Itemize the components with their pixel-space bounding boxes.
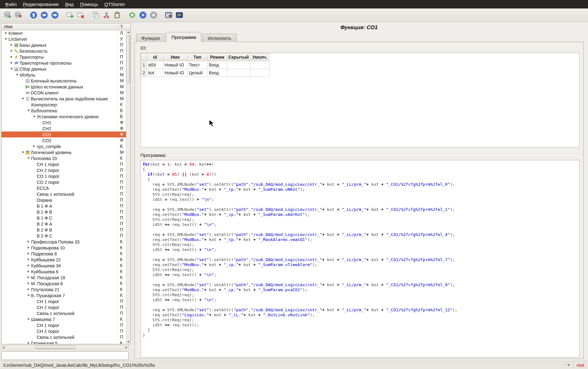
expander-icon[interactable] bbox=[26, 281, 31, 286]
horizontal-scrollbar-thumb[interactable] bbox=[35, 345, 75, 349]
scroll-down-button[interactable] bbox=[126, 340, 130, 344]
scroll-up-button[interactable] bbox=[126, 30, 130, 34]
tree-item[interactable]: Связь с котельнойП bbox=[2, 191, 126, 197]
tree-item[interactable]: Модуль:М bbox=[2, 72, 126, 78]
tree-item[interactable]: М. Посадская 18К bbox=[2, 275, 126, 281]
tree-item[interactable]: CH1Ф bbox=[2, 120, 126, 126]
status-dropdown-button[interactable] bbox=[565, 362, 572, 368]
tree-item[interactable]: Базы данныхП bbox=[2, 42, 126, 48]
tree-item[interactable]: Куйбышева 22К bbox=[2, 257, 126, 263]
tree-item[interactable]: Б. Пушкарская 7К bbox=[2, 292, 126, 298]
tree-item[interactable]: CH 1 порогП bbox=[2, 161, 126, 167]
toolbar-button-qtstarter-vision[interactable] bbox=[174, 10, 185, 20]
tree-item[interactable]: Подрезова 8К bbox=[2, 251, 126, 257]
vertical-scrollbar-thumb[interactable] bbox=[127, 35, 130, 83]
tab-function[interactable]: Функция bbox=[136, 34, 165, 42]
scroll-right-button[interactable] bbox=[124, 345, 128, 349]
tree-item[interactable]: CO2Ф bbox=[2, 137, 126, 143]
expander-icon[interactable] bbox=[26, 292, 31, 298]
tree-item[interactable]: CO 1 порогП bbox=[2, 173, 126, 179]
tab-program[interactable]: Программа bbox=[166, 32, 202, 42]
expander-icon[interactable] bbox=[26, 257, 31, 263]
io-table-cell[interactable]: Вход bbox=[208, 61, 227, 69]
expander-icon[interactable] bbox=[9, 42, 14, 48]
tree-item[interactable]: Сбор данныхП bbox=[2, 66, 126, 72]
tree-item[interactable]: LinServerУ bbox=[2, 36, 126, 42]
expander-icon[interactable] bbox=[20, 96, 25, 102]
tree-item[interactable]: CH 2 порогП bbox=[2, 328, 126, 334]
tree-item[interactable]: CO1Ф bbox=[2, 131, 126, 137]
menu-item-file[interactable]: Файл bbox=[2, 0, 20, 8]
tree-item[interactable]: КлиентЛ bbox=[2, 30, 126, 36]
expander-icon[interactable] bbox=[26, 286, 31, 292]
tree-item[interactable]: CH 1 порогП bbox=[2, 322, 126, 328]
tree-item[interactable]: В 1 Ф АП bbox=[2, 203, 126, 209]
toolbar-button-stop-updating[interactable] bbox=[148, 10, 159, 20]
menu-item-help[interactable]: Помощь bbox=[77, 0, 101, 8]
toolbar-button-save-to-db[interactable] bbox=[13, 10, 24, 20]
expander-icon[interactable] bbox=[26, 245, 31, 251]
code-editor[interactable]: for(kot = 1; kot < 94; kot++) { if((kot … bbox=[140, 160, 580, 357]
panel-splitter[interactable] bbox=[131, 22, 134, 361]
io-table-cell[interactable]: Целый bbox=[188, 69, 208, 77]
expander-icon[interactable] bbox=[3, 30, 8, 36]
tree-column-header-name[interactable]: Имя bbox=[4, 24, 13, 30]
expander-icon[interactable] bbox=[9, 66, 14, 72]
scroll-left-button[interactable] bbox=[2, 345, 6, 349]
row-number[interactable]: 2 bbox=[141, 69, 147, 77]
toolbar-button-go-up[interactable] bbox=[28, 10, 39, 20]
expander-icon[interactable] bbox=[26, 340, 31, 344]
io-table-cell[interactable]: idSt bbox=[147, 61, 163, 69]
expander-icon[interactable] bbox=[26, 263, 31, 269]
row-number[interactable]: 1 bbox=[141, 61, 147, 69]
tree-item[interactable]: ОхранаП bbox=[2, 197, 126, 203]
tree-item[interactable]: Транспортные протоколыП bbox=[2, 60, 126, 66]
expander-icon[interactable] bbox=[9, 60, 14, 66]
expander-icon[interactable] bbox=[9, 54, 14, 60]
expander-icon[interactable] bbox=[26, 155, 31, 161]
tree-item[interactable]: Связь с котельнойП bbox=[2, 334, 126, 340]
expander-icon[interactable] bbox=[3, 36, 8, 42]
tree-item[interactable]: DCON клиентМ bbox=[2, 90, 126, 96]
expander-icon[interactable] bbox=[20, 149, 25, 155]
expander-icon[interactable] bbox=[26, 239, 31, 245]
toolbar-button-delete-item[interactable] bbox=[75, 10, 86, 20]
tree-item[interactable]: Подковырова 10К bbox=[2, 245, 126, 251]
tree-item[interactable]: Связь с котельнойП bbox=[2, 310, 126, 316]
io-table-cell[interactable] bbox=[250, 69, 270, 77]
toolbar-button-qtstarter-config[interactable] bbox=[163, 10, 174, 20]
tree-item[interactable]: Шлюз источников данныхМ bbox=[2, 84, 126, 90]
tree-item[interactable]: Куйбышева 34К bbox=[2, 263, 126, 269]
toolbar-button-add-item[interactable] bbox=[65, 10, 75, 20]
expander-icon[interactable] bbox=[15, 72, 20, 78]
expander-icon[interactable] bbox=[26, 269, 31, 275]
tree-item[interactable]: Контроллер:К bbox=[2, 102, 126, 108]
tree-item[interactable]: Куйбышева 6К bbox=[2, 269, 126, 275]
tree-item[interactable]: В 1 Ф ВП bbox=[2, 209, 126, 215]
tree-item[interactable]: CH 2 порогП bbox=[2, 167, 126, 173]
tree-item[interactable]: В 1 Ф СП bbox=[2, 215, 126, 221]
tree-item[interactable]: ЕССАП bbox=[2, 185, 126, 191]
toolbar-button-refresh[interactable] bbox=[127, 10, 138, 20]
toolbar-button-go-back[interactable] bbox=[39, 10, 50, 20]
expander-icon[interactable] bbox=[32, 143, 37, 149]
tree-column-header-type[interactable]: Т bbox=[120, 24, 123, 30]
menu-item-qtstarter[interactable]: QTStarter bbox=[101, 0, 128, 8]
expander-icon[interactable] bbox=[26, 316, 31, 322]
io-table-cell[interactable]: Новый IO bbox=[163, 61, 188, 69]
tree-item[interactable]: БезопасностьП bbox=[2, 48, 126, 54]
expander-icon[interactable] bbox=[26, 108, 31, 114]
toolbar-button-start-updating[interactable] bbox=[138, 10, 148, 20]
status-path[interactable]: /LinServer/sub_DAQ/mod_JavaLikeCalc/lib_… bbox=[0, 363, 565, 368]
tree-item[interactable]: Плуталова 21К bbox=[2, 286, 126, 292]
io-table-cell[interactable]: Новый IO bbox=[163, 69, 188, 77]
tree-item[interactable]: Вычислитель на java подобном языкеМ bbox=[2, 96, 126, 102]
toolbar-button-cut-item[interactable] bbox=[101, 10, 112, 20]
io-table-cell[interactable]: Текст bbox=[188, 61, 208, 69]
tree-item[interactable]: CO 2 порогП bbox=[2, 179, 126, 185]
io-table-cell[interactable] bbox=[227, 61, 250, 69]
toolbar-button-go-forward[interactable] bbox=[50, 10, 60, 20]
tree-item[interactable]: В 2 Ф СП bbox=[2, 233, 126, 239]
tree-item[interactable]: Библиотека:Б bbox=[2, 108, 126, 114]
tree-item[interactable]: Установки логического уровняБ bbox=[2, 114, 126, 120]
